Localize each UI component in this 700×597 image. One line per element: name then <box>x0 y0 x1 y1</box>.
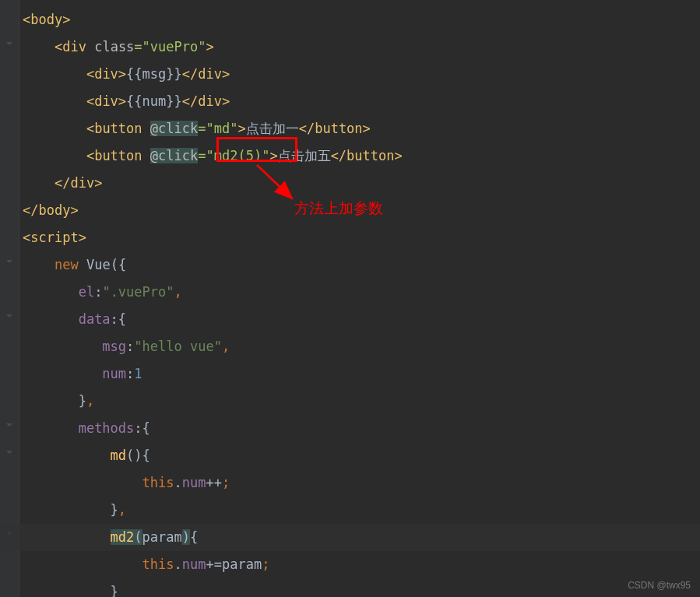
code-content[interactable]: <body> <div class="vuePro"> <div>{{msg}}… <box>19 6 700 597</box>
code-line[interactable]: <div class="vuePro"> <box>23 33 700 61</box>
fold-icon <box>3 419 16 431</box>
code-line[interactable]: el:".vuePro", <box>23 279 700 306</box>
fold-icon <box>3 37 16 50</box>
code-line[interactable]: this.num+=param; <box>23 551 700 578</box>
fold-icon <box>3 255 16 268</box>
code-editor[interactable]: <body> <div class="vuePro"> <div>{{msg}}… <box>0 0 700 597</box>
code-line[interactable]: <div>{{num}}</div> <box>23 88 700 115</box>
watermark: CSDN @twx95 <box>628 580 691 591</box>
code-line[interactable]: <button @click="md2(5)">点击加五</button> <box>23 142 700 170</box>
code-line[interactable]: }, <box>23 388 700 415</box>
code-line[interactable]: <button @click="md">点击加一</button> <box>23 115 700 142</box>
code-line[interactable]: methods:{ <box>23 415 700 442</box>
code-line[interactable]: this.num++; <box>23 469 700 497</box>
code-line[interactable]: data:{ <box>23 306 700 333</box>
code-line[interactable]: <script> <box>23 224 700 251</box>
fold-icon <box>3 310 16 322</box>
tag: <body> <box>23 12 70 27</box>
code-line[interactable]: md2(param){ <box>23 524 700 551</box>
code-line[interactable]: new Vue({ <box>23 251 700 279</box>
code-line[interactable]: num:1 <box>23 360 700 388</box>
code-line[interactable]: md(){ <box>23 442 700 469</box>
code-line[interactable]: <div>{{msg}}</div> <box>23 61 700 88</box>
code-line[interactable]: }, <box>23 497 700 524</box>
fold-icon <box>3 446 16 458</box>
code-line[interactable]: <body> <box>23 6 700 33</box>
gutter <box>0 0 19 597</box>
annotation-text: 方法上加参数 <box>294 198 383 219</box>
code-line[interactable]: } <box>23 578 700 597</box>
code-line[interactable]: msg:"hello vue", <box>23 333 700 360</box>
code-line[interactable]: </div> <box>23 170 700 197</box>
